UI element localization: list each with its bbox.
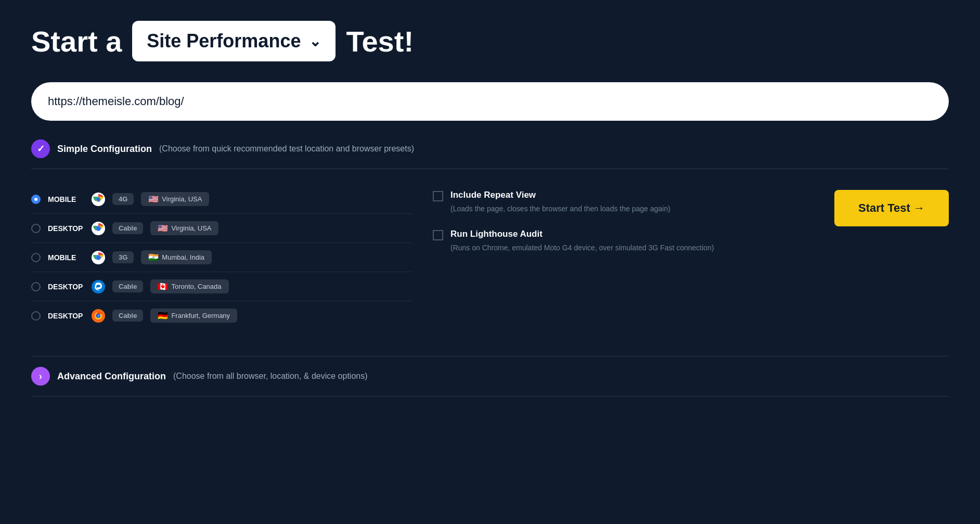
list-item[interactable]: DESKTOP Cable 🇺🇸 Virginia, USA — [31, 214, 412, 243]
connection-badge: Cable — [112, 280, 143, 292]
section-divider — [31, 169, 949, 169]
bottom-divider — [31, 396, 949, 397]
advanced-config-section: › Advanced Configuration (Choose from al… — [31, 367, 949, 386]
device-label: MOBILE — [48, 195, 84, 203]
test-type-label: Site Performance — [147, 30, 301, 52]
repeat-view-option: Include Repeat View (Loads the page, clo… — [433, 190, 814, 214]
radio-desktop-cable-virginia[interactable] — [31, 224, 41, 233]
repeat-view-checkbox[interactable] — [433, 191, 443, 201]
test-type-dropdown[interactable]: Site Performance ⌄ — [132, 21, 336, 61]
simple-config-header[interactable]: ✓ Simple Configuration (Choose from quic… — [31, 139, 949, 158]
lighthouse-label: Run Lighthouse Audit — [450, 229, 714, 239]
advanced-config-header[interactable]: › Advanced Configuration (Choose from al… — [31, 367, 949, 386]
advanced-config-sublabel: (Choose from all browser, location, & de… — [173, 372, 368, 381]
simple-config-label: Simple Configuration — [57, 144, 152, 155]
location-badge: 🇮🇳 Mumbai, India — [141, 250, 212, 264]
radio-mobile-4g-virginia[interactable] — [31, 195, 41, 204]
list-item[interactable]: DESKTOP Cable 🇨🇦 Toronto, Canada — [31, 272, 412, 301]
connection-badge: 4G — [112, 193, 134, 205]
device-label: MOBILE — [48, 253, 84, 262]
checkbox-options: Include Repeat View (Loads the page, clo… — [433, 185, 814, 330]
radio-desktop-cable-frankfurt[interactable] — [31, 311, 41, 321]
connection-badge: Cable — [112, 222, 143, 234]
svg-point-10 — [92, 280, 105, 293]
config-content: MOBILE 4G 🇺🇸 Virginia, USA — [31, 180, 949, 346]
svg-point-6 — [97, 227, 100, 230]
config-actions: Start Test → — [834, 185, 949, 330]
header-prefix: Start a — [31, 24, 122, 58]
device-label: DESKTOP — [48, 312, 84, 320]
repeat-view-desc: (Loads the page, closes the browser and … — [450, 203, 670, 214]
location-badge: 🇺🇸 Virginia, USA — [141, 192, 209, 206]
lighthouse-checkbox[interactable] — [433, 230, 443, 240]
start-test-button[interactable]: Start Test → — [834, 190, 949, 226]
radio-mobile-3g-mumbai[interactable] — [31, 253, 41, 262]
page-header: Start a Site Performance ⌄ Test! — [31, 21, 949, 61]
edge-icon — [92, 280, 105, 293]
advanced-config-toggle-icon[interactable]: › — [31, 367, 50, 386]
svg-point-14 — [97, 315, 99, 317]
repeat-view-text: Include Repeat View (Loads the page, clo… — [450, 190, 670, 214]
connection-badge: Cable — [112, 310, 143, 322]
chevron-down-icon: ⌄ — [309, 33, 321, 50]
simple-config-section: ✓ Simple Configuration (Choose from quic… — [31, 139, 949, 346]
header-suffix: Test! — [346, 24, 414, 58]
chrome-icon — [92, 222, 105, 235]
lighthouse-text: Run Lighthouse Audit (Runs on Chrome, em… — [450, 229, 714, 253]
svg-point-9 — [97, 256, 100, 259]
svg-point-3 — [97, 198, 100, 201]
device-label: DESKTOP — [48, 283, 84, 291]
chrome-icon — [92, 251, 105, 264]
advanced-divider — [31, 356, 949, 356]
url-input[interactable] — [31, 82, 949, 121]
advanced-config-label: Advanced Configuration — [57, 371, 166, 382]
device-label: DESKTOP — [48, 224, 84, 233]
location-badge: 🇨🇦 Toronto, Canada — [150, 279, 228, 293]
list-item[interactable]: DESKTOP Cable 🇩🇪 Frankfurt, Germany — [31, 301, 412, 330]
list-item[interactable]: MOBILE 3G 🇮🇳 Mumbai, India — [31, 243, 412, 272]
simple-config-toggle-icon[interactable]: ✓ — [31, 139, 50, 158]
location-badge: 🇺🇸 Virginia, USA — [150, 221, 218, 235]
preset-list: MOBILE 4G 🇺🇸 Virginia, USA — [31, 185, 412, 330]
location-badge: 🇩🇪 Frankfurt, Germany — [150, 309, 237, 323]
url-input-container — [31, 82, 949, 121]
connection-badge: 3G — [112, 251, 134, 263]
lighthouse-desc: (Runs on Chrome, emulated Moto G4 device… — [450, 242, 714, 253]
radio-desktop-cable-toronto[interactable] — [31, 282, 41, 291]
repeat-view-label: Include Repeat View — [450, 190, 670, 200]
list-item[interactable]: MOBILE 4G 🇺🇸 Virginia, USA — [31, 185, 412, 214]
firefox-icon — [92, 309, 105, 323]
lighthouse-option: Run Lighthouse Audit (Runs on Chrome, em… — [433, 229, 814, 253]
chrome-icon — [92, 193, 105, 206]
simple-config-sublabel: (Choose from quick recommended test loca… — [159, 144, 414, 154]
